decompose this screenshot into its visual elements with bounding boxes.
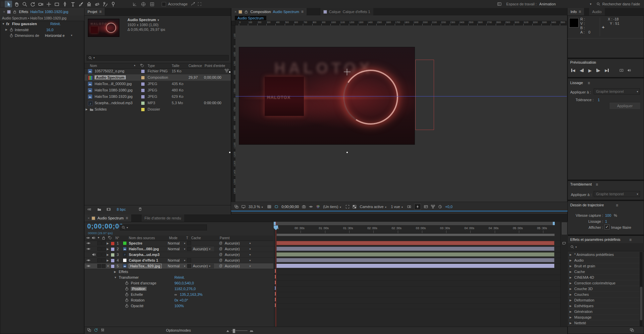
stopwatch-icon[interactable] [125,298,129,302]
mode-dropdown[interactable]: Normal▼ [168,247,186,251]
preset-category[interactable]: ▶Couches [568,292,639,297]
presets-scrollbar[interactable] [640,252,643,326]
resolution-dropdown[interactable]: (Un tiers) ▼ [323,205,342,209]
timeline-layer-row[interactable]: ▼5HaloTox...920.jpgNormal▼Aucun(e)▼@Aucu… [85,263,273,269]
parent-pickwhip-icon[interactable]: @ [219,253,222,256]
property-value[interactable]: 0x +0,0° [174,298,188,302]
panel-menu-icon[interactable]: ≡ [629,238,632,242]
trkmat-well[interactable] [187,258,191,262]
label-color-chip[interactable] [111,247,115,251]
previous-frame-button[interactable]: ◀ [578,68,585,73]
work-area-bar[interactable] [276,233,555,236]
property-label[interactable]: Echelle [131,292,143,296]
expander-icon[interactable]: ▶ [107,242,109,245]
view-dropdown[interactable]: Caméra active ▼ [360,205,388,209]
effect-name[interactable]: Flou gaussien [12,21,37,27]
stopwatch-icon[interactable] [125,304,129,308]
layer-visibility-eye-icon[interactable] [87,264,91,268]
fast-previews-icon[interactable] [414,204,421,210]
project-item-name[interactable]: Audio Spectrum [127,18,156,22]
project-row[interactable]: Audio SpectrumComposition29,970;00;00;00 [85,74,231,81]
layer-name[interactable]: Calque d'effets 1 [129,258,158,262]
sketch-smoothing-value[interactable]: 1 [605,219,607,223]
project-row-name[interactable]: HaloTox 1080-1920.jpg [95,94,132,98]
new-preset-icon[interactable] [630,328,634,332]
close-icon[interactable]: × [234,10,236,14]
stopwatch-icon[interactable] [9,34,13,38]
project-panel-tab[interactable]: Projet ≡ [85,8,105,15]
solo-column-icon[interactable]: ● [98,236,99,239]
col-taille[interactable]: Taille [172,64,179,68]
property-label[interactable]: Rotation [131,298,145,302]
composition-viewer[interactable]: HALOTOX HALOTOX [235,25,567,202]
expander-icon[interactable]: ▶ [107,259,109,262]
preset-category[interactable]: ▶Cache [568,269,639,275]
effect-reset-link[interactable]: Réinit. [50,21,61,27]
layer-name[interactable]: Scarpha...ud.mp3 [129,253,160,257]
property-label[interactable]: Point d'ancrage [131,281,156,285]
grid-guides-icon[interactable] [267,205,271,209]
selection-handle[interactable] [229,71,231,73]
close-icon[interactable]: × [3,10,5,14]
timeline-layer-row[interactable]: ▶3♪Scarpha...ud.mp3@Aucun(e)▼ [85,252,273,258]
effect-prop-value[interactable]: 16,0 [46,27,53,32]
expander-icon[interactable]: ▶ [570,322,572,325]
preset-category[interactable]: ▶Masquage [568,315,639,320]
slider-handle[interactable] [232,329,235,333]
viewer-timecode[interactable]: 0;00;00;00 [281,205,299,209]
property-group-label[interactable]: Transformer [119,275,139,279]
layer-visibility-eye-icon[interactable] [87,241,91,245]
video-column-icon[interactable] [86,236,90,240]
snap-target-icon[interactable] [198,2,202,6]
col-number[interactable]: N° [115,236,119,240]
local-axis-icon[interactable] [131,1,138,7]
timeline-zoom-slider[interactable] [231,330,248,331]
interpret-footage-icon[interactable] [87,207,91,211]
layer-duration-bar[interactable] [276,252,554,257]
expander-icon[interactable]: ▼ [2,21,5,27]
options-modes-button[interactable]: Options/modes [152,328,205,332]
parent-pickwhip-icon[interactable]: @ [219,247,222,251]
label-color-chip[interactable] [111,264,115,268]
wireframe-checkbox[interactable]: ✓ [604,224,609,229]
property-label[interactable]: Opacité [131,304,144,308]
timeline-graph-area[interactable]: 0s00 :30s01 :00s01 :30s02 :00s02 :30s03 … [274,222,560,327]
zoom-tool[interactable] [21,1,28,7]
solo-well[interactable] [97,258,101,262]
exposure-icon[interactable] [438,205,442,209]
parent-pickwhip-icon[interactable]: @ [219,258,222,262]
channels-icon[interactable] [316,205,320,209]
smoother-target-dropdown[interactable]: Graphe temporel ▼ [594,88,640,94]
selection-handle[interactable] [229,151,231,153]
presets-search-field[interactable]: ▼ [568,243,644,251]
project-row-name[interactable]: Audio Spectrum [95,75,126,79]
pen-tool[interactable] [61,1,68,7]
zoom-in-large-icon[interactable] [250,328,254,332]
text-tool[interactable] [69,1,76,7]
brush-tool[interactable] [77,1,85,7]
parent-pickwhip-icon[interactable]: @ [219,241,222,245]
expander-icon[interactable]: ▶ [570,310,572,313]
view-layout-dropdown[interactable]: 1 vue ▼ [391,205,404,209]
sort-asc-icon[interactable]: ▲ [133,64,136,66]
last-frame-button[interactable]: ▶ [603,68,610,73]
next-frame-button[interactable]: ▶ [595,68,602,73]
preset-category[interactable]: ▶CINEMA 4D [568,275,639,280]
audio-mute-button[interactable] [627,68,631,72]
mode-dropdown[interactable]: Normal▼ [168,264,186,268]
timeline-property-row[interactable]: Position1182,0,276,0 [85,286,273,292]
expander-icon[interactable]: ▶ [570,316,572,319]
preset-category[interactable]: ▶Génération [568,309,639,315]
first-frame-button[interactable]: ◀ [570,68,577,73]
cache-dropdown[interactable]: Aucun(e)▼ [192,264,214,268]
lock-well[interactable] [102,247,106,251]
layer-visibility-eye-icon[interactable] [87,247,91,251]
label-color-chip[interactable] [141,108,145,112]
selection-handle[interactable] [346,151,348,153]
panel-menu-icon[interactable]: ≡ [593,60,595,65]
project-row-name[interactable]: HaloTox 1080-1080.jpg [95,88,132,92]
timeline-search-field[interactable]: ▼ [120,224,207,230]
magnification-dropdown[interactable]: 33,3 % ▼ [249,205,264,209]
world-axis-icon[interactable] [140,1,147,7]
label-color-chip[interactable] [141,82,145,86]
